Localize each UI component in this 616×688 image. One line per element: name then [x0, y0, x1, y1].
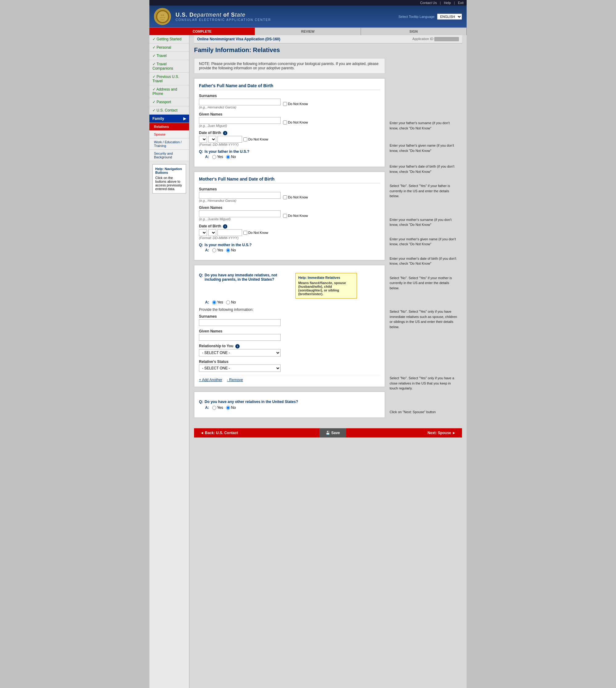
sidebar-item-us-contact[interactable]: U.S. Contact: [149, 106, 189, 115]
help-nav-box: Help: Navigation Buttons Click on the bu…: [152, 164, 186, 193]
mother-given-dnk-checkbox[interactable]: [283, 214, 287, 218]
save-button[interactable]: 💾 Save: [320, 428, 346, 437]
sidebar-item-personal[interactable]: Personal: [149, 43, 189, 52]
state-dept-seal: U.S. DEPT OF STATE: [154, 8, 171, 25]
imm-rel-status-label: Relative's Status: [199, 360, 380, 364]
other-rel-qa: Q: Do you have any other relatives in th…: [199, 400, 380, 410]
sidebar-sub-spouse[interactable]: Spouse: [149, 131, 189, 138]
mother-in-us-no-label[interactable]: No: [226, 248, 236, 252]
mother-given-names-row: (e.g., Juanita Miguel) Do Not Know: [199, 211, 380, 221]
mother-in-us-yes-radio[interactable]: [212, 248, 216, 252]
father-dob-row: Do Not Know: [199, 136, 380, 143]
other-rel-yes-radio[interactable]: [212, 406, 216, 410]
father-in-us-no-label[interactable]: No: [226, 155, 236, 159]
mother-dob-dnk-checkbox[interactable]: [243, 231, 247, 235]
imm-rel-surnames-input[interactable]: [199, 319, 281, 326]
help-nav-title: Help: Navigation Buttons: [155, 167, 183, 174]
header: U.S. DEPT OF STATE U.S. Department of St…: [149, 5, 467, 27]
father-given-names-dnk[interactable]: Do Not Know: [283, 121, 308, 125]
imm-rel-given-names-input[interactable]: [199, 334, 281, 341]
mother-surnames-hint: (e.g., Hernandez Garcia): [199, 199, 281, 202]
other-rel-no-radio[interactable]: [226, 406, 230, 410]
mother-section: Mother's Full Name and Date of Birth Sur…: [194, 172, 385, 260]
imm-rel-no-radio[interactable]: [226, 300, 230, 304]
father-dob-dnk-checkbox[interactable]: [243, 137, 247, 142]
add-another-link[interactable]: Add Another: [199, 378, 222, 382]
father-given-dnk-checkbox[interactable]: [283, 121, 287, 125]
other-rel-no-label[interactable]: No: [226, 406, 236, 410]
add-remove-row: Add Another Remove: [199, 375, 380, 382]
page-title: Family Information: Relatives: [194, 46, 385, 55]
mother-given-names-dnk[interactable]: Do Not Know: [283, 214, 308, 218]
progress-complete[interactable]: COMPLETE: [149, 28, 255, 35]
svg-text:U.S.: U.S.: [161, 14, 164, 16]
ann-mother-given: Enter your mother's given name (if you d…: [390, 237, 457, 247]
mother-dob-dnk[interactable]: Do Not Know: [243, 231, 268, 235]
ann-father-given: Enter your father's given name (if you d…: [390, 143, 457, 153]
father-dob-month-select[interactable]: [208, 136, 216, 143]
father-in-us-no-radio[interactable]: [226, 155, 230, 159]
sidebar-item-travel[interactable]: Travel: [149, 52, 189, 60]
sidebar-item-passport[interactable]: Passport: [149, 98, 189, 106]
header-title: U.S. Department of State CONSULAR ELECTR…: [176, 12, 271, 22]
imm-rel-answer-line: A: Yes No: [199, 300, 380, 304]
sidebar-sub-relatives[interactable]: Relatives: [149, 123, 189, 131]
sidebar-item-getting-started[interactable]: Getting Started: [149, 35, 189, 43]
sidebar-item-travel-companions[interactable]: Travel Companions: [149, 60, 189, 73]
ann-imm-rel: Select "No". Select "Yes" only if you ha…: [390, 309, 457, 329]
mother-in-us-yes-label[interactable]: Yes: [212, 248, 223, 252]
imm-rel-status-group: Relative's Status - SELECT ONE -: [199, 360, 380, 372]
father-dob-day-select[interactable]: [199, 136, 207, 143]
father-surnames-dnk-checkbox[interactable]: [283, 102, 287, 106]
next-button[interactable]: Next: Spouse ►: [421, 428, 462, 437]
father-in-us-yes-label[interactable]: Yes: [212, 155, 223, 159]
help-link[interactable]: Help: [444, 1, 451, 5]
mother-dob-month-select[interactable]: [208, 229, 216, 236]
top-bar: Contact Us | Help | Exit: [149, 0, 467, 5]
imm-rel-relationship-select[interactable]: - SELECT ONE -: [199, 349, 281, 357]
mother-dob-row: Do Not Know: [199, 229, 380, 236]
exit-link[interactable]: Exit: [458, 1, 464, 5]
sidebar-sub-security-background[interactable]: Security and Background: [149, 150, 189, 161]
imm-rel-status-select[interactable]: - SELECT ONE -: [199, 365, 281, 372]
father-given-names-input[interactable]: [199, 117, 281, 124]
ann-father-surname: Enter your father's surname (if you don'…: [390, 121, 457, 131]
sidebar-item-previous-us-travel[interactable]: Previous U.S. Travel: [149, 73, 189, 85]
remove-link[interactable]: Remove: [227, 378, 243, 382]
sidebar-item-family[interactable]: Family ▶: [149, 115, 189, 123]
mother-surnames-dnk[interactable]: Do Not Know: [283, 195, 308, 199]
sidebar-item-address-phone[interactable]: Address and Phone: [149, 85, 189, 98]
mother-in-us-no-radio[interactable]: [226, 248, 230, 252]
father-dob-year-input[interactable]: [217, 136, 242, 143]
imm-rel-yes-label[interactable]: Yes: [212, 300, 223, 304]
tooltip-language-select[interactable]: ENGLISH: [437, 14, 462, 20]
father-in-us-answer-line: A: Yes No: [199, 155, 380, 159]
relationship-info-icon[interactable]: i: [235, 344, 240, 348]
contact-us-link[interactable]: Contact Us: [420, 1, 437, 5]
father-dob-info-icon[interactable]: i: [223, 131, 227, 135]
note-box: NOTE: Please provide the following infor…: [194, 58, 385, 73]
mother-dob-year-input[interactable]: [217, 229, 242, 236]
other-relatives-section: Q: Do you have any other relatives in th…: [194, 392, 385, 418]
imm-rel-no-label[interactable]: No: [226, 300, 236, 304]
imm-rel-yes-radio[interactable]: [212, 300, 216, 304]
father-surnames-dnk[interactable]: Do Not Know: [283, 102, 308, 106]
ann-mother-surname: Enter your mother's surname (if you don'…: [390, 217, 457, 228]
mother-surnames-input[interactable]: [199, 192, 281, 199]
mother-section-title: Mother's Full Name and Date of Birth: [199, 176, 380, 183]
father-in-us-yes-radio[interactable]: [212, 155, 216, 159]
other-rel-yes-label[interactable]: Yes: [212, 406, 223, 410]
mother-surnames-dnk-checkbox[interactable]: [283, 195, 287, 199]
mother-dob-info-icon[interactable]: i: [223, 224, 227, 229]
father-surnames-input[interactable]: [199, 99, 281, 105]
app-info-bar: Online Nonimmigrant Visa Application (DS…: [194, 35, 462, 43]
ann-next-btn: Click on "Next: Spouse" button: [390, 409, 457, 415]
progress-sign[interactable]: SIGN: [361, 28, 467, 35]
back-button[interactable]: ◄ Back: U.S. Contact: [194, 428, 244, 437]
mother-given-names-input[interactable]: [199, 211, 281, 217]
father-surnames-hint: (e.g., Hernandez Garcia): [199, 105, 281, 109]
mother-dob-day-select[interactable]: [199, 229, 207, 236]
sidebar-sub-work-education[interactable]: Work / Education / Training: [149, 138, 189, 150]
father-dob-dnk[interactable]: Do Not Know: [243, 137, 268, 142]
progress-review[interactable]: REVIEW: [255, 28, 361, 35]
